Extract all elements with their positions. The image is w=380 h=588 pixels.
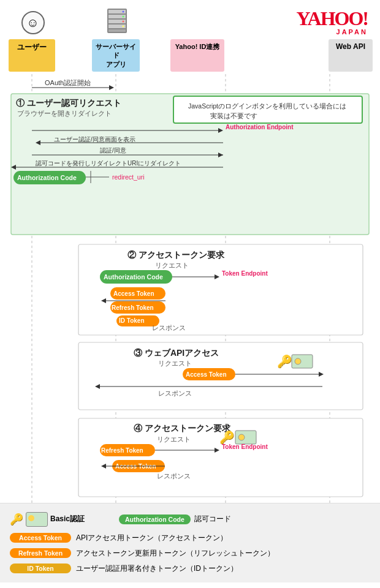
legend-row-basic: 🔑 Basic認証 Authorization Code 認可コード <box>10 512 370 527</box>
svg-text:レスポンス: レスポンス <box>157 472 191 480</box>
legend-row-refresh: Refresh Token アクセストークン更新用トークン（リフレッシュトークン… <box>10 548 370 559</box>
server-figure <box>93 6 142 36</box>
svg-text:実装は不要です: 実装は不要です <box>210 112 257 120</box>
svg-point-62 <box>295 358 301 364</box>
col-webapi: Web API <box>329 39 373 72</box>
legend-row-access: Access Token APIアクセス用トークン（アクセストークン） <box>10 533 370 543</box>
svg-text:ID Token: ID Token <box>119 317 144 324</box>
svg-rect-5 <box>108 29 126 32</box>
main-diagram: OAuth認証開始 ① ユーザー認可リクエスト ブラウザーを開きリダイレクト J… <box>5 74 375 503</box>
svg-point-9 <box>123 26 124 28</box>
access-token-badge-legend: Access Token <box>10 533 71 543</box>
svg-text:Authorization Code: Authorization Code <box>104 273 163 281</box>
col-yahoo: Yahoo! ID連携 <box>170 39 224 72</box>
yahoo-logo: YAHOO! JAPAN <box>296 9 368 36</box>
svg-text:認証/同意: 認証/同意 <box>100 147 126 154</box>
refresh-token-badge-legend: Refresh Token <box>10 548 71 558</box>
svg-text:redirect_uri: redirect_uri <box>112 173 145 181</box>
col-user: ユーザー <box>9 39 55 72</box>
auth-code-badge-legend: Authorization Code <box>119 514 191 524</box>
svg-text:④ アクセストークン要求: ④ アクセストークン要求 <box>134 423 231 433</box>
svg-text:認可コードを発行しリダイレクトURIにリダイレクト: 認可コードを発行しリダイレクトURIにリダイレクト <box>36 160 181 167</box>
svg-text:Token Endpoint: Token Endpoint <box>222 443 268 450</box>
svg-text:Access Token: Access Token <box>113 290 154 297</box>
svg-text:② アクセストークン要求: ② アクセストークン要求 <box>127 250 225 260</box>
auth-code-desc: 認可コード <box>194 514 231 524</box>
svg-point-75 <box>238 434 245 440</box>
svg-text:Token Endpoint: Token Endpoint <box>222 270 268 277</box>
refresh-token-desc: アクセストークン更新用トークン（リフレッシュトークン） <box>76 548 275 559</box>
svg-text:③ ウェブAPIアクセス: ③ ウェブAPIアクセス <box>134 348 219 358</box>
svg-text:🔑: 🔑 <box>219 430 235 445</box>
id-token-badge-legend: ID Token <box>10 564 71 573</box>
id-token-desc: ユーザー認証用署名付きトークン（IDトークン） <box>76 564 238 574</box>
svg-marker-16 <box>109 85 114 90</box>
key-icon: 🔑 <box>10 513 23 526</box>
svg-text:Refresh Token: Refresh Token <box>101 447 143 454</box>
svg-text:① ユーザー認可リクエスト: ① ユーザー認可リクエスト <box>16 98 121 108</box>
col-server: サーバーサイド アプリ <box>92 39 140 72</box>
svg-point-8 <box>123 21 124 23</box>
basic-auth-label: Basic認証 <box>50 514 85 524</box>
legend: 🔑 Basic認証 Authorization Code 認可コード Acces… <box>0 503 380 582</box>
user-figure: ☺ <box>10 11 56 36</box>
svg-text:ブラウザーを開きリダイレクト: ブラウザーを開きリダイレクト <box>17 110 112 117</box>
svg-point-7 <box>123 16 124 18</box>
svg-text:🔑: 🔑 <box>277 354 292 369</box>
svg-text:レスポンス: レスポンス <box>158 390 192 397</box>
svg-text:Refresh Token: Refresh Token <box>112 304 154 311</box>
svg-text:リクエスト: リクエスト <box>157 435 191 443</box>
column-headers: ユーザー サーバーサイド アプリ Yahoo! ID連携 Web API <box>0 37 380 74</box>
svg-rect-20 <box>173 96 362 123</box>
svg-text:OAuth認証開始: OAuth認証開始 <box>45 79 91 86</box>
svg-text:Access Token: Access Token <box>186 371 227 378</box>
svg-text:リクエスト: リクエスト <box>158 360 192 367</box>
svg-text:Authorization Code: Authorization Code <box>17 174 77 181</box>
svg-point-6 <box>123 11 124 13</box>
svg-text:JavaScriptのログインボタンを利用している場合には: JavaScriptのログインボタンを利用している場合には <box>188 102 346 110</box>
svg-text:Authorization Endpoint: Authorization Endpoint <box>226 124 294 130</box>
legend-row-id: ID Token ユーザー認証用署名付きトークン（IDトークン） <box>10 564 370 574</box>
svg-text:レスポンス: レスポンス <box>152 324 186 331</box>
access-token-desc: APIアクセス用トークン（アクセストークン） <box>76 533 227 543</box>
svg-text:ユーザー認証/同意画面を表示: ユーザー認証/同意画面を表示 <box>54 136 135 143</box>
svg-text:リクエスト: リクエスト <box>155 262 189 269</box>
